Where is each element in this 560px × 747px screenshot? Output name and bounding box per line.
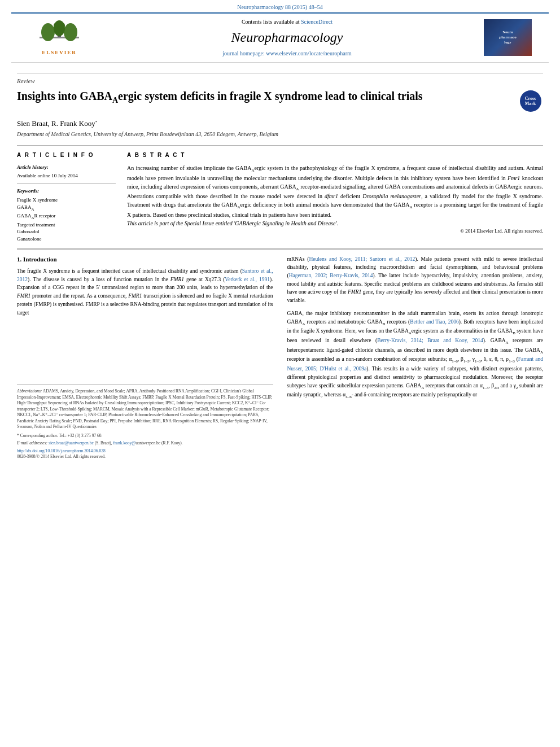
article-title: Insights into GABAAergic system deficits… bbox=[17, 89, 518, 106]
footnote-corresponding: * Corresponding author. Tel.: +32 (0) 3 … bbox=[17, 433, 273, 439]
body-right-col: mRNAs (Heulens and Kooy, 2011; Santoro e… bbox=[287, 255, 544, 460]
article-info-abstract-row: A R T I C L E I N F O Article history: A… bbox=[17, 145, 543, 242]
keywords-label: Keywords: bbox=[17, 187, 116, 195]
section-tag: Review bbox=[17, 73, 543, 85]
body-left-col: 1. Introduction The fragile X syndrome i… bbox=[17, 255, 273, 460]
keyword-gaba: GABAA bbox=[17, 204, 116, 213]
intro-text-left: The fragile X syndrome is a frequent inh… bbox=[17, 267, 273, 317]
body-section: 1. Introduction The fragile X syndrome i… bbox=[17, 248, 543, 460]
elsevier-logo-area: ELSEVIER bbox=[28, 20, 90, 56]
keyword-gabaar: GABAAR receptor bbox=[17, 212, 116, 221]
footer-issn: 0028-3908/© 2014 Elsevier Ltd. All right… bbox=[17, 454, 273, 460]
svg-point-3 bbox=[64, 23, 77, 41]
journal-citation: Neuropharmacology 88 (2015) 48–54 bbox=[0, 0, 560, 12]
journal-center-info: Contents lists available at ScienceDirec… bbox=[90, 18, 484, 58]
abstract-col: A B S T R A C T An increasing number of … bbox=[127, 151, 543, 242]
footer-doi-link[interactable]: http://dx.doi.org/10.1016/j.neuropharm.2… bbox=[17, 448, 273, 455]
footnote-email: E-mail addresses: sien.braat@uantwerpen.… bbox=[17, 440, 273, 447]
keyword-ganaxolone: Ganaxolone bbox=[17, 235, 116, 243]
neuro-journal-logo: Neuropharmacology bbox=[484, 19, 532, 56]
sciencedirect-link[interactable]: ScienceDirect bbox=[301, 19, 333, 25]
footnote-abbreviations: Abbreviations: ADAMS, Anxiety, Depressio… bbox=[17, 388, 273, 430]
footnote-section: Abbreviations: ADAMS, Anxiety, Depressio… bbox=[17, 385, 273, 460]
abstract-text: An increasing number of studies implicat… bbox=[127, 164, 543, 235]
contents-text: Contents lists available at bbox=[242, 19, 299, 25]
affiliation-line: Department of Medical Genetics, Universi… bbox=[17, 130, 543, 138]
article-title-area: Insights into GABAAergic system deficits… bbox=[17, 89, 543, 114]
authors-line: Sien Braat, R. Frank Kooy* bbox=[17, 119, 543, 129]
keyword-targeted: Targeted treatment bbox=[17, 221, 116, 229]
keyword-fragile-x: Fragile X syndrome bbox=[17, 196, 116, 204]
available-online: Available online 10 July 2014 bbox=[17, 172, 116, 180]
intro-heading: 1. Introduction bbox=[17, 255, 273, 264]
article-history-label: Article history: bbox=[17, 164, 116, 171]
svg-rect-5 bbox=[54, 23, 65, 28]
article-info-heading: A R T I C L E I N F O bbox=[17, 151, 116, 159]
article-info-col: A R T I C L E I N F O Article history: A… bbox=[17, 151, 116, 242]
abstract-heading: A B S T R A C T bbox=[127, 151, 543, 159]
journal-banner: ELSEVIER Contents lists available at Sci… bbox=[11, 12, 549, 63]
keyword-gaboxadol: Gaboxadol bbox=[17, 228, 116, 235]
crossmark-badge[interactable]: CrossMark bbox=[518, 89, 543, 114]
elsevier-tree-icon bbox=[37, 20, 82, 48]
elsevier-label: ELSEVIER bbox=[42, 49, 77, 56]
two-col-body: 1. Introduction The fragile X syndrome i… bbox=[17, 255, 543, 460]
journal-name-header: Neuropharmacology bbox=[90, 28, 484, 47]
email1-link[interactable]: sien.braat@uantwerpen.be bbox=[49, 440, 94, 445]
journal-homepage: journal homepage: www.elsevier.com/locat… bbox=[90, 50, 484, 58]
svg-point-2 bbox=[41, 23, 55, 41]
intro-text-right: mRNAs (Heulens and Kooy, 2011; Santoro e… bbox=[287, 255, 544, 401]
email2-link[interactable]: frank.kooy@ bbox=[113, 440, 136, 445]
